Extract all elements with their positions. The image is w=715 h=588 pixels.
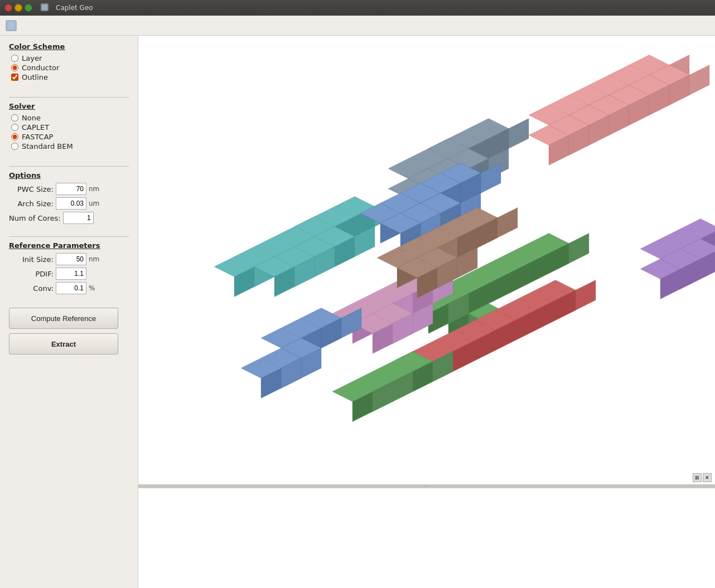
- sidebar: Color Scheme Layer Conductor Outline: [0, 36, 138, 588]
- conv-label: Conv:: [9, 284, 54, 293]
- window-title: Caplet Geo: [56, 4, 93, 12]
- pwc-size-label: PWC Size:: [9, 185, 54, 193]
- arch-size-label: Arch Size:: [9, 200, 54, 208]
- pwc-size-row: PWC Size: nm: [9, 183, 129, 195]
- solver-standardbem[interactable]: Standard BEM: [11, 142, 129, 150]
- options-section: Options PWC Size: nm Arch Size: um Num o…: [9, 171, 129, 226]
- solver-options: None CAPLET FASTCAP Standard BEM: [9, 114, 129, 150]
- solver-fastcap-radio[interactable]: [11, 133, 18, 140]
- reference-parameters-section: Reference Parameters Init Size: nm PDIF:…: [9, 241, 129, 297]
- solver-title: Solver: [9, 102, 129, 110]
- app-icon: [40, 3, 49, 13]
- title-bar: Caplet Geo: [0, 0, 715, 16]
- app-header-icon: [4, 19, 18, 32]
- pdif-input[interactable]: [56, 268, 86, 280]
- conv-unit: %: [89, 284, 103, 292]
- color-scheme-conductor-radio[interactable]: [11, 64, 18, 71]
- divider-1: [9, 97, 129, 98]
- svg-rect-1: [42, 4, 47, 10]
- pwc-size-unit: nm: [89, 185, 103, 193]
- app-header: [0, 16, 715, 36]
- window-controls[interactable]: [4, 4, 32, 12]
- main-panel: .vox-pink-top { fill: #e8a0a0; stroke: #…: [138, 36, 715, 588]
- arch-size-row: Arch Size: um: [9, 197, 129, 210]
- compute-reference-button[interactable]: Compute Reference: [9, 308, 118, 329]
- solver-standardbem-radio[interactable]: [11, 143, 18, 150]
- action-buttons: Compute Reference Extract: [9, 308, 129, 354]
- num-cores-row: Num of Cores:: [9, 212, 129, 224]
- solver-caplet[interactable]: CAPLET: [11, 123, 129, 132]
- color-scheme-options: Layer Conductor Outline: [9, 54, 129, 81]
- minimize-button[interactable]: [15, 4, 22, 12]
- solver-caplet-radio[interactable]: [11, 124, 18, 131]
- init-size-unit: nm: [89, 255, 103, 263]
- init-size-input[interactable]: [56, 253, 86, 265]
- options-title: Options: [9, 171, 129, 179]
- viewport-controls: ⊞ ✕: [693, 473, 712, 482]
- arch-size-unit: um: [89, 200, 103, 207]
- solver-section: Solver None CAPLET FASTCAP: [9, 102, 129, 156]
- maximize-button[interactable]: [25, 4, 32, 12]
- init-size-row: Init Size: nm: [9, 253, 129, 265]
- conv-input[interactable]: [56, 282, 86, 294]
- viewport-close-button[interactable]: ✕: [703, 473, 712, 482]
- conv-row: Conv: %: [9, 282, 129, 294]
- outline-checkbox[interactable]: [11, 74, 18, 81]
- color-scheme-layer-radio[interactable]: [11, 55, 18, 62]
- svg-rect-3: [7, 22, 15, 30]
- bottom-panel: [138, 488, 715, 588]
- solver-none-radio[interactable]: [11, 114, 18, 122]
- content-area: Color Scheme Layer Conductor Outline: [0, 36, 715, 588]
- color-scheme-conductor[interactable]: Conductor: [11, 64, 129, 72]
- num-cores-label: Num of Cores:: [9, 214, 61, 222]
- viewport-resize-button[interactable]: ⊞: [693, 473, 702, 482]
- viewport[interactable]: .vox-pink-top { fill: #e8a0a0; stroke: #…: [138, 36, 715, 484]
- solver-none[interactable]: None: [11, 114, 129, 122]
- extract-button[interactable]: Extract: [9, 333, 118, 354]
- pdif-label: PDIF:: [9, 270, 54, 278]
- divider-3: [9, 236, 129, 237]
- color-scheme-outline[interactable]: Outline: [11, 73, 129, 81]
- scene-svg: .vox-pink-top { fill: #e8a0a0; stroke: #…: [138, 36, 715, 484]
- color-scheme-section: Color Scheme Layer Conductor Outline: [9, 42, 129, 87]
- num-cores-input[interactable]: [63, 212, 94, 224]
- pdif-row: PDIF:: [9, 268, 129, 280]
- solver-fastcap[interactable]: FASTCAP: [11, 133, 129, 141]
- divider-2: [9, 166, 129, 167]
- pwc-size-input[interactable]: [56, 183, 86, 195]
- arch-size-input[interactable]: [56, 197, 86, 210]
- color-scheme-title: Color Scheme: [9, 42, 129, 51]
- color-scheme-layer[interactable]: Layer: [11, 54, 129, 62]
- close-button[interactable]: [4, 4, 12, 12]
- init-size-label: Init Size:: [9, 255, 54, 264]
- reference-params-title: Reference Parameters: [9, 241, 129, 250]
- main-window: Color Scheme Layer Conductor Outline: [0, 16, 715, 588]
